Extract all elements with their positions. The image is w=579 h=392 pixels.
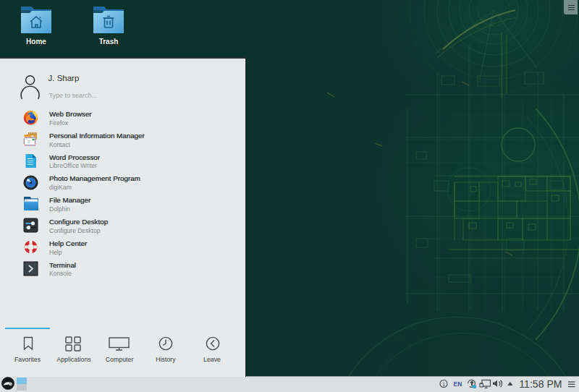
- svg-text:11:58 PM: 11:58 PM: [519, 378, 562, 390]
- svg-text:EN: EN: [454, 380, 462, 388]
- svg-text:1: 1: [442, 381, 445, 388]
